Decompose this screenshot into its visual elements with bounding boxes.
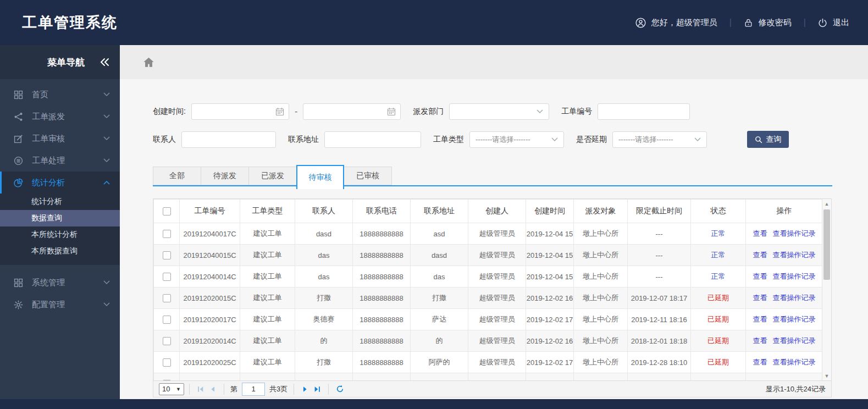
row-checkbox[interactable] [163,337,171,345]
view-log-link[interactable]: 查看操作记录 [773,294,816,302]
view-link[interactable]: 查看 [753,294,767,302]
cell-contact: 打撒 [295,288,353,309]
view-link[interactable]: 查看 [753,315,767,323]
cell-created: 2019-12-02 16 [526,330,574,352]
lock-icon [744,18,753,27]
view-log-link[interactable]: 查看操作记录 [773,272,816,280]
page-size-select[interactable]: 10 ▼ [159,383,184,395]
cell-creator: 超级管理员 [468,266,526,288]
cell-actions: 查看查看操作记录 [746,266,823,288]
address-input[interactable] [324,131,421,148]
sidebar-item-config[interactable]: 配置管理 [0,294,120,316]
sidebar-item-system[interactable]: 系统管理 [0,272,120,294]
table-row: 201912020015C建议工单打撒18888888888打撒超级管理员201… [154,288,823,309]
view-link[interactable]: 查看 [753,251,767,259]
spacer [0,265,120,272]
divider: | [801,18,808,27]
sidebar-collapse-button[interactable] [99,58,110,67]
view-link[interactable]: 查看 [753,229,767,237]
submenu-item-statistics[interactable]: 统计分析 [0,194,120,210]
submenu-item-data-query[interactable]: 数据查询 [0,210,120,226]
cell-actions: 查看查看操作记录 [746,352,823,373]
submenu-item-local-statistics[interactable]: 本所统计分析 [0,226,120,243]
last-page-icon[interactable] [311,383,323,395]
tab-pending-review[interactable]: 待审核 [296,165,344,189]
view-log-link[interactable]: 查看操作记录 [773,315,816,323]
delay-label: 是否延期 [576,135,607,145]
select-all-checkbox[interactable] [163,207,171,215]
row-checkbox[interactable] [163,251,171,259]
tab-all[interactable]: 全部 [153,167,201,185]
tab-reviewed[interactable]: 已审核 [344,167,392,185]
view-link[interactable]: 查看 [753,272,767,280]
cell-phone: 18888888888 [353,309,411,330]
contact-input[interactable] [181,131,276,148]
cell-deadline: --- [628,266,691,288]
sidebar-item-home[interactable]: 首页 [0,84,120,106]
row-checkbox[interactable] [163,273,171,281]
top-bar-right: 您好，超级管理员 | 修改密码 | 退出 [635,18,868,28]
change-password-link[interactable]: 修改密码 [744,18,792,28]
row-checkbox[interactable] [163,294,171,302]
view-log-link[interactable]: 查看操作记录 [773,336,816,345]
create-time-end-input[interactable] [303,103,401,120]
sidebar-item-dispatch[interactable]: 工单派发 [0,106,120,128]
sidebar-item-label: 工单处理 [32,156,103,166]
delay-select[interactable]: -------请选择------- [612,131,707,148]
home-icon[interactable] [143,57,154,68]
scroll-down-button[interactable]: ▼ [822,371,831,380]
scroll-up-button[interactable]: ▲ [822,199,831,208]
create-time-start-input[interactable] [191,103,289,120]
row-checkbox[interactable] [163,380,171,380]
sidebar-item-label: 工单审核 [32,134,103,144]
view-log-link[interactable]: 查看操作记录 [773,358,816,366]
prev-page-icon[interactable] [207,383,219,395]
tab-pending-dispatch[interactable]: 待派发 [201,167,248,185]
sidebar-item-statistics[interactable]: 统计分析 [0,172,120,194]
first-page-icon[interactable] [195,383,207,395]
cell-contact: das [295,245,353,266]
tab-bar: 全部 待派发 已派发 待审核 已审核 [153,162,832,186]
row-checkbox[interactable] [163,316,171,324]
table-scrollbar[interactable]: ▲ ▼ [822,199,831,380]
view-log-link[interactable]: 查看操作记录 [773,251,816,259]
edit-icon [14,134,24,143]
filter-panel: 创建时间: - 派发部门 [153,103,835,148]
cell-target: 墩上中心所 [574,266,628,288]
user-greeting[interactable]: 您好，超级管理员 [635,18,717,28]
row-checkbox[interactable] [163,358,171,367]
submenu-item-local-data-query[interactable]: 本所数据查询 [0,243,120,259]
order-no-input[interactable] [598,103,690,120]
sidebar-item-process[interactable]: 工单处理 [0,150,120,172]
cell-contact: 打撒 [295,352,353,373]
chevron-down-icon [103,302,110,307]
refresh-icon[interactable] [334,383,346,395]
view-link[interactable]: 查看 [753,358,767,366]
cell-empty [468,373,526,381]
cell-target: 墩上中心所 [574,245,628,266]
row-checkbox-cell [154,288,180,309]
main-content: 创建时间: - 派发部门 [120,45,868,399]
cell-created: 2019-12-02 16 [526,288,574,309]
page-number-input[interactable] [242,383,265,396]
next-page-icon[interactable] [299,383,311,395]
chevron-down-icon [103,280,110,285]
table-row: 201912020014C建议工单的18888888888的超级管理员2019-… [154,330,823,352]
tab-dispatched[interactable]: 已派发 [248,167,296,185]
order-type-select[interactable]: -------请选择------- [469,131,564,148]
cell-empty [353,373,411,381]
cell-phone: 18888888888 [353,245,411,266]
cell-creator: 超级管理员 [468,352,526,373]
table-row: 201912040017C建议工单dasd18888888888asd超级管理员… [154,223,823,245]
view-link[interactable]: 查看 [753,336,767,345]
cell-created: 2019-12-04 15 [526,223,574,245]
dispatch-dept-select[interactable] [449,103,549,120]
cell-creator: 超级管理员 [468,288,526,309]
sidebar-item-review[interactable]: 工单审核 [0,128,120,150]
column-header: 派发对象 [574,200,628,223]
row-checkbox[interactable] [163,230,171,238]
view-log-link[interactable]: 查看操作记录 [773,229,816,237]
search-button[interactable]: 查询 [747,131,789,148]
logout-link[interactable]: 退出 [818,18,849,28]
scrollbar-thumb[interactable] [823,209,830,280]
